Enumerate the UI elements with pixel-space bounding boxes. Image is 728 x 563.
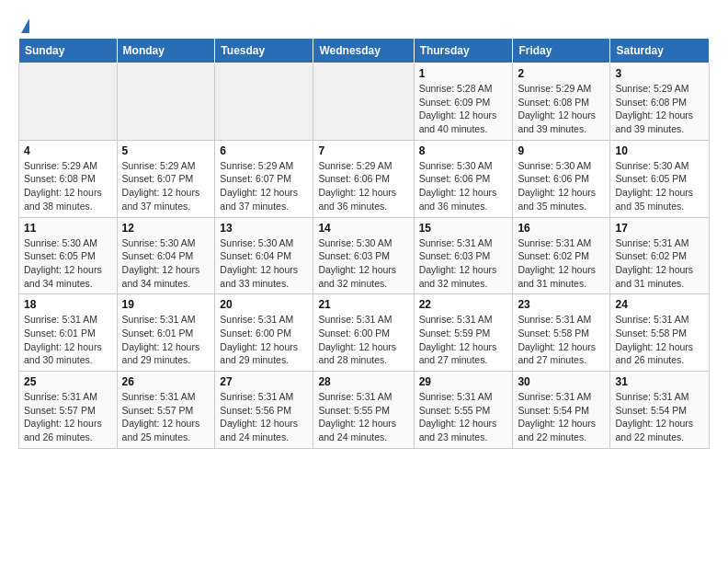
calendar-cell: 15Sunrise: 5:31 AM Sunset: 6:03 PM Dayli… <box>414 217 513 294</box>
day-number: 17 <box>615 222 704 235</box>
day-number: 26 <box>122 375 210 388</box>
calendar-cell <box>215 63 313 141</box>
calendar-cell <box>117 63 215 141</box>
day-number: 10 <box>615 144 704 157</box>
calendar-cell: 6Sunrise: 5:29 AM Sunset: 6:07 PM Daylig… <box>215 140 313 217</box>
day-header-row: SundayMondayTuesdayWednesdayThursdayFrid… <box>19 39 710 63</box>
day-content: Sunrise: 5:31 AM Sunset: 5:57 PM Dayligh… <box>122 390 210 444</box>
day-content: Sunrise: 5:30 AM Sunset: 6:05 PM Dayligh… <box>24 236 112 291</box>
day-of-week-header: Saturday <box>610 39 710 63</box>
day-content: Sunrise: 5:31 AM Sunset: 6:01 PM Dayligh… <box>24 313 112 367</box>
day-content: Sunrise: 5:31 AM Sunset: 6:03 PM Dayligh… <box>419 236 508 291</box>
day-content: Sunrise: 5:31 AM Sunset: 6:01 PM Dayligh… <box>122 313 210 367</box>
day-of-week-header: Sunday <box>19 39 118 63</box>
calendar-cell: 14Sunrise: 5:30 AM Sunset: 6:03 PM Dayli… <box>313 217 414 294</box>
logo <box>18 18 29 32</box>
calendar-cell: 13Sunrise: 5:30 AM Sunset: 6:04 PM Dayli… <box>215 217 313 294</box>
calendar-cell: 5Sunrise: 5:29 AM Sunset: 6:07 PM Daylig… <box>117 140 215 217</box>
calendar-cell: 7Sunrise: 5:29 AM Sunset: 6:06 PM Daylig… <box>313 140 414 217</box>
calendar-cell: 25Sunrise: 5:31 AM Sunset: 5:57 PM Dayli… <box>19 372 118 449</box>
calendar-week-row: 25Sunrise: 5:31 AM Sunset: 5:57 PM Dayli… <box>19 372 710 449</box>
calendar-week-row: 18Sunrise: 5:31 AM Sunset: 6:01 PM Dayli… <box>19 294 710 372</box>
day-number: 8 <box>419 144 508 157</box>
day-number: 22 <box>419 298 508 311</box>
day-number: 4 <box>24 144 112 157</box>
day-number: 15 <box>419 222 508 235</box>
day-content: Sunrise: 5:31 AM Sunset: 5:55 PM Dayligh… <box>419 390 508 444</box>
day-of-week-header: Monday <box>117 39 215 63</box>
day-content: Sunrise: 5:31 AM Sunset: 5:57 PM Dayligh… <box>24 390 112 444</box>
day-content: Sunrise: 5:31 AM Sunset: 5:54 PM Dayligh… <box>518 390 605 444</box>
day-number: 11 <box>24 222 112 235</box>
day-number: 13 <box>220 222 308 235</box>
day-number: 28 <box>318 375 408 388</box>
day-content: Sunrise: 5:31 AM Sunset: 5:58 PM Dayligh… <box>615 313 704 367</box>
calendar-cell: 22Sunrise: 5:31 AM Sunset: 5:59 PM Dayli… <box>414 294 513 372</box>
calendar-cell: 29Sunrise: 5:31 AM Sunset: 5:55 PM Dayli… <box>414 372 513 449</box>
day-number: 9 <box>518 144 605 157</box>
calendar-cell: 20Sunrise: 5:31 AM Sunset: 6:00 PM Dayli… <box>215 294 313 372</box>
calendar-body: 1Sunrise: 5:28 AM Sunset: 6:09 PM Daylig… <box>19 63 710 449</box>
day-content: Sunrise: 5:31 AM Sunset: 6:00 PM Dayligh… <box>318 313 408 367</box>
day-content: Sunrise: 5:29 AM Sunset: 6:06 PM Dayligh… <box>318 159 408 213</box>
calendar-cell: 17Sunrise: 5:31 AM Sunset: 6:02 PM Dayli… <box>610 217 710 294</box>
calendar-cell <box>19 63 118 141</box>
calendar-cell: 8Sunrise: 5:30 AM Sunset: 6:06 PM Daylig… <box>414 140 513 217</box>
day-content: Sunrise: 5:30 AM Sunset: 6:06 PM Dayligh… <box>419 159 508 213</box>
day-number: 31 <box>615 375 704 388</box>
calendar-cell: 4Sunrise: 5:29 AM Sunset: 6:08 PM Daylig… <box>19 140 118 217</box>
calendar-cell: 12Sunrise: 5:30 AM Sunset: 6:04 PM Dayli… <box>117 217 215 294</box>
calendar-week-row: 4Sunrise: 5:29 AM Sunset: 6:08 PM Daylig… <box>19 140 710 217</box>
header <box>18 15 710 32</box>
day-content: Sunrise: 5:31 AM Sunset: 5:56 PM Dayligh… <box>220 390 308 444</box>
calendar-cell: 27Sunrise: 5:31 AM Sunset: 5:56 PM Dayli… <box>215 372 313 449</box>
day-content: Sunrise: 5:31 AM Sunset: 6:00 PM Dayligh… <box>220 313 308 367</box>
day-content: Sunrise: 5:31 AM Sunset: 5:55 PM Dayligh… <box>318 390 408 444</box>
day-content: Sunrise: 5:30 AM Sunset: 6:04 PM Dayligh… <box>220 236 308 291</box>
day-content: Sunrise: 5:29 AM Sunset: 6:07 PM Dayligh… <box>122 159 210 213</box>
day-content: Sunrise: 5:30 AM Sunset: 6:04 PM Dayligh… <box>122 236 210 291</box>
day-number: 30 <box>518 375 605 388</box>
day-content: Sunrise: 5:31 AM Sunset: 5:58 PM Dayligh… <box>518 313 605 367</box>
calendar-cell: 16Sunrise: 5:31 AM Sunset: 6:02 PM Dayli… <box>513 217 610 294</box>
calendar-cell: 18Sunrise: 5:31 AM Sunset: 6:01 PM Dayli… <box>19 294 118 372</box>
calendar-cell <box>313 63 414 141</box>
day-number: 21 <box>318 298 408 311</box>
day-content: Sunrise: 5:29 AM Sunset: 6:08 PM Dayligh… <box>24 159 112 213</box>
day-number: 25 <box>24 375 112 388</box>
calendar-cell: 31Sunrise: 5:31 AM Sunset: 5:54 PM Dayli… <box>610 372 710 449</box>
day-of-week-header: Friday <box>513 39 610 63</box>
calendar-cell: 23Sunrise: 5:31 AM Sunset: 5:58 PM Dayli… <box>513 294 610 372</box>
day-content: Sunrise: 5:31 AM Sunset: 6:02 PM Dayligh… <box>518 236 605 291</box>
day-of-week-header: Wednesday <box>313 39 414 63</box>
day-number: 6 <box>220 144 308 157</box>
day-number: 2 <box>518 67 605 80</box>
day-number: 5 <box>122 144 210 157</box>
logo-arrow-icon <box>21 18 29 33</box>
day-number: 19 <box>122 298 210 311</box>
day-number: 7 <box>318 144 408 157</box>
day-content: Sunrise: 5:31 AM Sunset: 5:54 PM Dayligh… <box>615 390 704 444</box>
day-number: 16 <box>518 222 605 235</box>
day-content: Sunrise: 5:29 AM Sunset: 6:08 PM Dayligh… <box>518 82 605 136</box>
calendar-table: SundayMondayTuesdayWednesdayThursdayFrid… <box>18 38 710 449</box>
day-number: 23 <box>518 298 605 311</box>
calendar-cell: 26Sunrise: 5:31 AM Sunset: 5:57 PM Dayli… <box>117 372 215 449</box>
day-number: 29 <box>419 375 508 388</box>
calendar-cell: 3Sunrise: 5:29 AM Sunset: 6:08 PM Daylig… <box>610 63 710 141</box>
day-number: 14 <box>318 222 408 235</box>
day-number: 27 <box>220 375 308 388</box>
calendar-header: SundayMondayTuesdayWednesdayThursdayFrid… <box>19 39 710 63</box>
day-number: 12 <box>122 222 210 235</box>
day-content: Sunrise: 5:31 AM Sunset: 5:59 PM Dayligh… <box>419 313 508 367</box>
calendar-cell: 30Sunrise: 5:31 AM Sunset: 5:54 PM Dayli… <box>513 372 610 449</box>
day-number: 20 <box>220 298 308 311</box>
day-content: Sunrise: 5:30 AM Sunset: 6:06 PM Dayligh… <box>518 159 605 213</box>
calendar-week-row: 1Sunrise: 5:28 AM Sunset: 6:09 PM Daylig… <box>19 63 710 141</box>
day-number: 3 <box>615 67 704 80</box>
day-content: Sunrise: 5:31 AM Sunset: 6:02 PM Dayligh… <box>615 236 704 291</box>
day-number: 18 <box>24 298 112 311</box>
calendar-cell: 24Sunrise: 5:31 AM Sunset: 5:58 PM Dayli… <box>610 294 710 372</box>
day-content: Sunrise: 5:29 AM Sunset: 6:08 PM Dayligh… <box>615 82 704 136</box>
day-content: Sunrise: 5:28 AM Sunset: 6:09 PM Dayligh… <box>419 82 508 136</box>
